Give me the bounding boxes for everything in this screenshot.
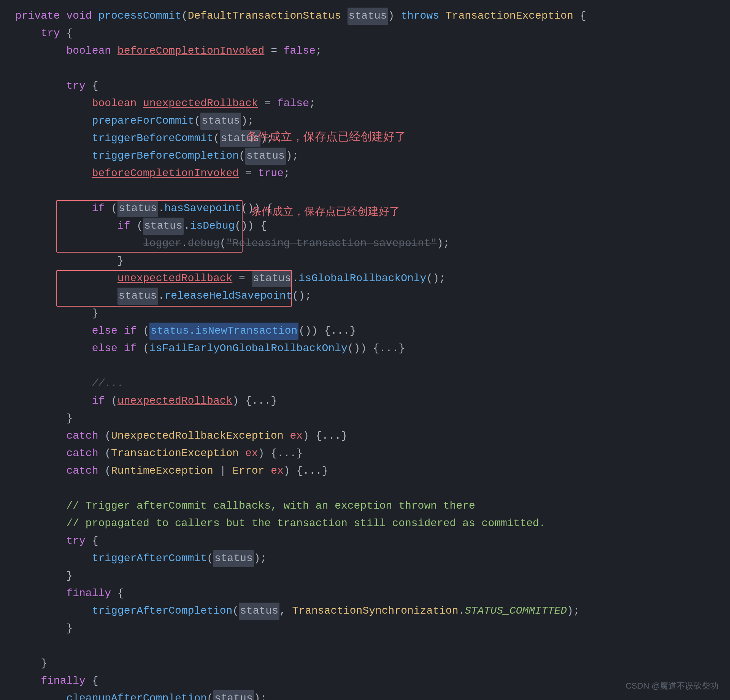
code-line-empty — [15, 480, 715, 498]
code-line: } — [15, 655, 715, 673]
code-line: if (unexpectedRollback) {...} — [15, 393, 715, 410]
code-container: private void processCommit(DefaultTransa… — [0, 0, 730, 700]
code-line: else if (status.isNewTransaction()) {...… — [15, 323, 715, 340]
keyword-void: void — [66, 8, 98, 25]
code-line: catch (UnexpectedRollbackException ex) {… — [15, 428, 715, 445]
fn-processCommit: processCommit — [98, 8, 181, 25]
watermark: CSDN @魔道不误砍柴功 — [625, 679, 719, 692]
code-line: } — [15, 568, 715, 585]
code-line: unexpectedRollback = status.isGlobalRoll… — [15, 270, 715, 288]
code-line: beforeCompletionInvoked = true; — [15, 165, 715, 183]
code-line: triggerBeforeCompletion(status); — [15, 148, 715, 165]
code-line: private void processCommit(DefaultTransa… — [15, 8, 715, 25]
red-box-section-1: 条件成立，保存点已经创建好了 if (status.hasSavepoint()… — [15, 200, 715, 253]
code-line: } — [15, 305, 715, 323]
code-line: } — [15, 410, 715, 428]
code-line: catch (TransactionException ex) {...} — [15, 445, 715, 463]
code-line: try { — [15, 533, 715, 550]
code-line-empty — [15, 358, 715, 375]
code-line: finally { — [15, 585, 715, 603]
red-box-section-2: unexpectedRollback = status.isGlobalRoll… — [15, 270, 715, 305]
code-line: finally { — [15, 673, 715, 690]
code-line: status.releaseHeldSavepoint(); — [15, 288, 715, 305]
code-line: triggerAfterCompletion(status, Transacti… — [15, 603, 715, 620]
annotation-label: 条件成立，保存点已经创建好了 — [246, 127, 406, 146]
keyword-private: private — [15, 8, 66, 25]
code-line: if (status.isDebug()) { — [15, 218, 715, 235]
code-line-empty — [15, 60, 715, 78]
code-line: triggerAfterCommit(status); — [15, 550, 715, 568]
code-line: } — [15, 253, 715, 270]
code-line: catch (RuntimeException | Error ex) {...… — [15, 463, 715, 480]
code-line: // Trigger afterCommit callbacks, with a… — [15, 498, 715, 515]
code-line: else if (isFailEarlyOnGlobalRollbackOnly… — [15, 340, 715, 358]
code-line: boolean unexpectedRollback = false; — [15, 95, 715, 113]
code-line: // propagated to callers but the transac… — [15, 515, 715, 533]
code-line: logger.debug("Releasing transaction save… — [15, 235, 715, 253]
annotation-text-1: 条件成立，保存点已经创建好了 — [251, 203, 400, 220]
code-line: //... — [15, 375, 715, 393]
code-line: } — [15, 620, 715, 638]
code-line: boolean beforeCompletionInvoked = false; — [15, 43, 715, 60]
code-line-empty — [15, 183, 715, 200]
code-line: try { — [15, 78, 715, 95]
code-line-empty — [15, 638, 715, 655]
code-line: cleanupAfterCompletion(status); — [15, 690, 715, 700]
code-line: try { — [15, 25, 715, 43]
